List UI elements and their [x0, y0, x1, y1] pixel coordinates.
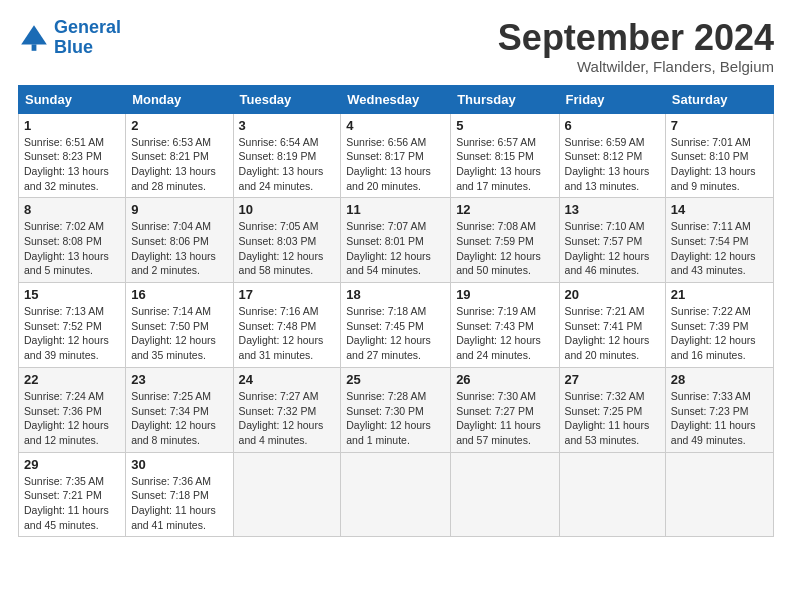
day-number: 19 — [456, 287, 553, 302]
day-number: 29 — [24, 457, 120, 472]
header-thursday: Thursday — [451, 85, 559, 113]
day-number: 28 — [671, 372, 768, 387]
day-number: 3 — [239, 118, 336, 133]
month-title: September 2024 — [498, 18, 774, 58]
day-info: Sunrise: 6:56 AMSunset: 8:17 PMDaylight:… — [346, 135, 445, 194]
day-info: Sunrise: 7:13 AMSunset: 7:52 PMDaylight:… — [24, 304, 120, 363]
day-number: 20 — [565, 287, 660, 302]
day-number: 21 — [671, 287, 768, 302]
day-number: 30 — [131, 457, 227, 472]
day-number: 9 — [131, 202, 227, 217]
day-number: 24 — [239, 372, 336, 387]
day-info: Sunrise: 7:35 AMSunset: 7:21 PMDaylight:… — [24, 474, 120, 533]
calendar-cell: 19Sunrise: 7:19 AMSunset: 7:43 PMDayligh… — [451, 283, 559, 368]
day-number: 11 — [346, 202, 445, 217]
day-number: 5 — [456, 118, 553, 133]
day-info: Sunrise: 7:28 AMSunset: 7:30 PMDaylight:… — [346, 389, 445, 448]
day-info: Sunrise: 7:33 AMSunset: 7:23 PMDaylight:… — [671, 389, 768, 448]
calendar-cell: 26Sunrise: 7:30 AMSunset: 7:27 PMDayligh… — [451, 367, 559, 452]
calendar-cell: 23Sunrise: 7:25 AMSunset: 7:34 PMDayligh… — [126, 367, 233, 452]
calendar-cell: 29Sunrise: 7:35 AMSunset: 7:21 PMDayligh… — [19, 452, 126, 537]
calendar-row-3: 15Sunrise: 7:13 AMSunset: 7:52 PMDayligh… — [19, 283, 774, 368]
calendar-cell: 18Sunrise: 7:18 AMSunset: 7:45 PMDayligh… — [341, 283, 451, 368]
day-info: Sunrise: 7:04 AMSunset: 8:06 PMDaylight:… — [131, 219, 227, 278]
calendar-cell — [665, 452, 773, 537]
day-info: Sunrise: 7:05 AMSunset: 8:03 PMDaylight:… — [239, 219, 336, 278]
day-number: 1 — [24, 118, 120, 133]
logo-general: General — [54, 17, 121, 37]
day-info: Sunrise: 7:27 AMSunset: 7:32 PMDaylight:… — [239, 389, 336, 448]
day-info: Sunrise: 7:07 AMSunset: 8:01 PMDaylight:… — [346, 219, 445, 278]
day-number: 13 — [565, 202, 660, 217]
calendar-cell: 22Sunrise: 7:24 AMSunset: 7:36 PMDayligh… — [19, 367, 126, 452]
svg-rect-1 — [32, 44, 37, 50]
svg-marker-0 — [21, 25, 47, 44]
day-info: Sunrise: 7:01 AMSunset: 8:10 PMDaylight:… — [671, 135, 768, 194]
page: General Blue September 2024 Waltwilder, … — [0, 0, 792, 549]
calendar-row-2: 8Sunrise: 7:02 AMSunset: 8:08 PMDaylight… — [19, 198, 774, 283]
calendar-cell: 8Sunrise: 7:02 AMSunset: 8:08 PMDaylight… — [19, 198, 126, 283]
title-area: September 2024 Waltwilder, Flanders, Bel… — [498, 18, 774, 75]
day-number: 7 — [671, 118, 768, 133]
calendar-row-4: 22Sunrise: 7:24 AMSunset: 7:36 PMDayligh… — [19, 367, 774, 452]
day-number: 6 — [565, 118, 660, 133]
calendar-cell — [559, 452, 665, 537]
day-info: Sunrise: 7:30 AMSunset: 7:27 PMDaylight:… — [456, 389, 553, 448]
calendar-row-1: 1Sunrise: 6:51 AMSunset: 8:23 PMDaylight… — [19, 113, 774, 198]
day-number: 18 — [346, 287, 445, 302]
day-info: Sunrise: 7:18 AMSunset: 7:45 PMDaylight:… — [346, 304, 445, 363]
calendar-cell: 2Sunrise: 6:53 AMSunset: 8:21 PMDaylight… — [126, 113, 233, 198]
calendar-cell: 1Sunrise: 6:51 AMSunset: 8:23 PMDaylight… — [19, 113, 126, 198]
calendar-cell: 9Sunrise: 7:04 AMSunset: 8:06 PMDaylight… — [126, 198, 233, 283]
day-number: 23 — [131, 372, 227, 387]
calendar-cell — [233, 452, 341, 537]
calendar-cell: 14Sunrise: 7:11 AMSunset: 7:54 PMDayligh… — [665, 198, 773, 283]
day-number: 16 — [131, 287, 227, 302]
calendar-cell: 15Sunrise: 7:13 AMSunset: 7:52 PMDayligh… — [19, 283, 126, 368]
day-number: 25 — [346, 372, 445, 387]
header-sunday: Sunday — [19, 85, 126, 113]
header-wednesday: Wednesday — [341, 85, 451, 113]
day-info: Sunrise: 6:59 AMSunset: 8:12 PMDaylight:… — [565, 135, 660, 194]
day-info: Sunrise: 7:02 AMSunset: 8:08 PMDaylight:… — [24, 219, 120, 278]
day-number: 8 — [24, 202, 120, 217]
header-friday: Friday — [559, 85, 665, 113]
day-info: Sunrise: 7:11 AMSunset: 7:54 PMDaylight:… — [671, 219, 768, 278]
calendar-cell: 3Sunrise: 6:54 AMSunset: 8:19 PMDaylight… — [233, 113, 341, 198]
calendar-cell: 27Sunrise: 7:32 AMSunset: 7:25 PMDayligh… — [559, 367, 665, 452]
day-info: Sunrise: 7:21 AMSunset: 7:41 PMDaylight:… — [565, 304, 660, 363]
day-info: Sunrise: 7:36 AMSunset: 7:18 PMDaylight:… — [131, 474, 227, 533]
day-info: Sunrise: 7:10 AMSunset: 7:57 PMDaylight:… — [565, 219, 660, 278]
day-info: Sunrise: 7:32 AMSunset: 7:25 PMDaylight:… — [565, 389, 660, 448]
calendar-cell: 13Sunrise: 7:10 AMSunset: 7:57 PMDayligh… — [559, 198, 665, 283]
day-info: Sunrise: 6:54 AMSunset: 8:19 PMDaylight:… — [239, 135, 336, 194]
calendar-cell: 28Sunrise: 7:33 AMSunset: 7:23 PMDayligh… — [665, 367, 773, 452]
header-tuesday: Tuesday — [233, 85, 341, 113]
calendar-cell: 4Sunrise: 6:56 AMSunset: 8:17 PMDaylight… — [341, 113, 451, 198]
calendar-cell — [451, 452, 559, 537]
day-number: 12 — [456, 202, 553, 217]
day-info: Sunrise: 7:14 AMSunset: 7:50 PMDaylight:… — [131, 304, 227, 363]
day-number: 27 — [565, 372, 660, 387]
location-title: Waltwilder, Flanders, Belgium — [498, 58, 774, 75]
day-info: Sunrise: 7:25 AMSunset: 7:34 PMDaylight:… — [131, 389, 227, 448]
header-saturday: Saturday — [665, 85, 773, 113]
calendar-cell: 5Sunrise: 6:57 AMSunset: 8:15 PMDaylight… — [451, 113, 559, 198]
logo-icon — [18, 22, 50, 54]
calendar-cell — [341, 452, 451, 537]
day-number: 2 — [131, 118, 227, 133]
calendar-table: Sunday Monday Tuesday Wednesday Thursday… — [18, 85, 774, 538]
day-info: Sunrise: 6:57 AMSunset: 8:15 PMDaylight:… — [456, 135, 553, 194]
day-info: Sunrise: 7:08 AMSunset: 7:59 PMDaylight:… — [456, 219, 553, 278]
calendar-cell: 20Sunrise: 7:21 AMSunset: 7:41 PMDayligh… — [559, 283, 665, 368]
day-number: 17 — [239, 287, 336, 302]
header: General Blue September 2024 Waltwilder, … — [18, 18, 774, 75]
calendar-cell: 10Sunrise: 7:05 AMSunset: 8:03 PMDayligh… — [233, 198, 341, 283]
day-number: 26 — [456, 372, 553, 387]
header-monday: Monday — [126, 85, 233, 113]
calendar-cell: 24Sunrise: 7:27 AMSunset: 7:32 PMDayligh… — [233, 367, 341, 452]
calendar-cell: 21Sunrise: 7:22 AMSunset: 7:39 PMDayligh… — [665, 283, 773, 368]
calendar-row-5: 29Sunrise: 7:35 AMSunset: 7:21 PMDayligh… — [19, 452, 774, 537]
day-number: 14 — [671, 202, 768, 217]
calendar-cell: 25Sunrise: 7:28 AMSunset: 7:30 PMDayligh… — [341, 367, 451, 452]
